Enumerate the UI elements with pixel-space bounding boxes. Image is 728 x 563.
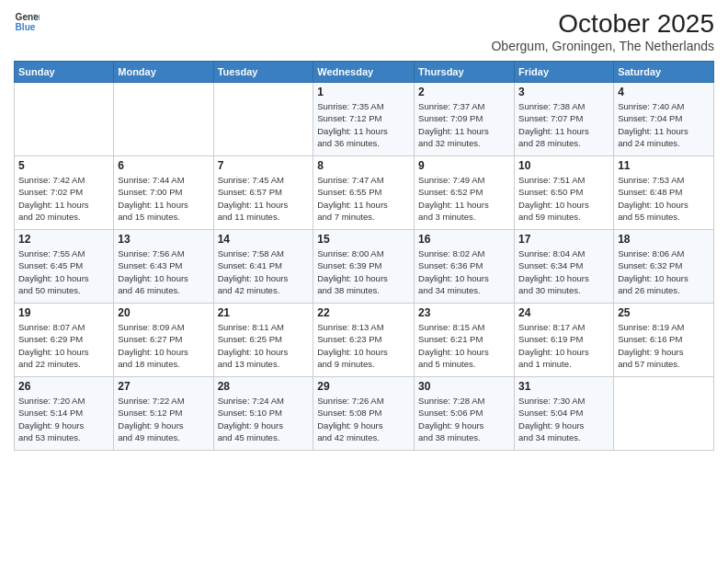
calendar-cell: 15Sunrise: 8:00 AM Sunset: 6:39 PM Dayli… xyxy=(313,230,415,304)
day-info: Sunrise: 8:15 AM Sunset: 6:21 PM Dayligh… xyxy=(418,321,510,370)
day-number: 31 xyxy=(518,380,609,393)
day-number: 30 xyxy=(418,380,510,393)
calendar-cell: 17Sunrise: 8:04 AM Sunset: 6:34 PM Dayli… xyxy=(515,230,614,304)
day-info: Sunrise: 7:40 AM Sunset: 7:04 PM Dayligh… xyxy=(618,100,710,149)
day-info: Sunrise: 8:11 AM Sunset: 6:25 PM Dayligh… xyxy=(218,321,310,370)
day-info: Sunrise: 7:55 AM Sunset: 6:45 PM Dayligh… xyxy=(18,247,109,296)
calendar-table: SundayMondayTuesdayWednesdayThursdayFrid… xyxy=(14,61,714,451)
svg-text:Blue: Blue xyxy=(16,22,36,32)
calendar-cell: 7Sunrise: 7:45 AM Sunset: 6:57 PM Daylig… xyxy=(213,156,313,230)
day-number: 3 xyxy=(518,86,609,98)
calendar-cell: 27Sunrise: 7:22 AM Sunset: 5:12 PM Dayli… xyxy=(114,377,213,451)
day-info: Sunrise: 7:26 AM Sunset: 5:08 PM Dayligh… xyxy=(317,395,410,443)
calendar-cell: 11Sunrise: 7:53 AM Sunset: 6:48 PM Dayli… xyxy=(614,156,714,230)
title-block: October 2025 Obergum, Groningen, The Net… xyxy=(491,9,714,53)
calendar-cell: 24Sunrise: 8:17 AM Sunset: 6:19 PM Dayli… xyxy=(515,304,614,377)
calendar-cell: 13Sunrise: 7:56 AM Sunset: 6:43 PM Dayli… xyxy=(114,230,213,304)
calendar-cell xyxy=(114,83,213,156)
calendar-cell: 29Sunrise: 7:26 AM Sunset: 5:08 PM Dayli… xyxy=(313,377,415,451)
day-number: 10 xyxy=(518,159,609,172)
day-info: Sunrise: 7:42 AM Sunset: 7:02 PM Dayligh… xyxy=(18,174,109,223)
header-cell-tuesday: Tuesday xyxy=(213,62,313,83)
calendar-cell: 20Sunrise: 8:09 AM Sunset: 6:27 PM Dayli… xyxy=(114,304,213,377)
day-number: 27 xyxy=(118,380,209,393)
header-cell-wednesday: Wednesday xyxy=(313,62,415,83)
day-number: 24 xyxy=(518,306,609,319)
day-info: Sunrise: 8:04 AM Sunset: 6:34 PM Dayligh… xyxy=(518,247,609,296)
calendar-week-3: 12Sunrise: 7:55 AM Sunset: 6:45 PM Dayli… xyxy=(15,230,714,304)
day-info: Sunrise: 7:20 AM Sunset: 5:14 PM Dayligh… xyxy=(18,395,109,443)
day-number: 28 xyxy=(218,380,310,393)
calendar-week-2: 5Sunrise: 7:42 AM Sunset: 7:02 PM Daylig… xyxy=(15,156,714,230)
calendar-cell: 4Sunrise: 7:40 AM Sunset: 7:04 PM Daylig… xyxy=(614,83,714,156)
calendar-cell: 2Sunrise: 7:37 AM Sunset: 7:09 PM Daylig… xyxy=(415,83,515,156)
calendar-cell: 16Sunrise: 8:02 AM Sunset: 6:36 PM Dayli… xyxy=(415,230,515,304)
day-info: Sunrise: 7:44 AM Sunset: 7:00 PM Dayligh… xyxy=(118,174,209,223)
day-number: 13 xyxy=(118,233,209,246)
calendar-body: 1Sunrise: 7:35 AM Sunset: 7:12 PM Daylig… xyxy=(15,83,714,451)
calendar-cell xyxy=(614,377,714,451)
logo-icon: General Blue xyxy=(14,9,40,35)
day-number: 17 xyxy=(518,233,609,246)
calendar-cell: 5Sunrise: 7:42 AM Sunset: 7:02 PM Daylig… xyxy=(15,156,114,230)
day-info: Sunrise: 8:00 AM Sunset: 6:39 PM Dayligh… xyxy=(317,247,410,296)
day-info: Sunrise: 7:30 AM Sunset: 5:04 PM Dayligh… xyxy=(518,395,609,443)
day-info: Sunrise: 8:13 AM Sunset: 6:23 PM Dayligh… xyxy=(317,321,410,370)
header-cell-friday: Friday xyxy=(515,62,614,83)
calendar-cell: 3Sunrise: 7:38 AM Sunset: 7:07 PM Daylig… xyxy=(515,83,614,156)
day-number: 7 xyxy=(218,159,310,172)
calendar-cell: 26Sunrise: 7:20 AM Sunset: 5:14 PM Dayli… xyxy=(15,377,114,451)
day-number: 2 xyxy=(418,86,510,98)
subtitle: Obergum, Groningen, The Netherlands xyxy=(491,39,714,53)
day-info: Sunrise: 8:17 AM Sunset: 6:19 PM Dayligh… xyxy=(518,321,609,370)
day-number: 4 xyxy=(618,86,710,98)
calendar-cell xyxy=(15,83,114,156)
header-cell-saturday: Saturday xyxy=(614,62,714,83)
day-info: Sunrise: 7:37 AM Sunset: 7:09 PM Dayligh… xyxy=(418,100,510,149)
day-info: Sunrise: 7:28 AM Sunset: 5:06 PM Dayligh… xyxy=(418,395,510,443)
calendar-cell: 22Sunrise: 8:13 AM Sunset: 6:23 PM Dayli… xyxy=(313,304,415,377)
calendar-cell: 23Sunrise: 8:15 AM Sunset: 6:21 PM Dayli… xyxy=(415,304,515,377)
header-cell-sunday: Sunday xyxy=(15,62,114,83)
day-info: Sunrise: 8:06 AM Sunset: 6:32 PM Dayligh… xyxy=(618,247,710,296)
calendar-week-1: 1Sunrise: 7:35 AM Sunset: 7:12 PM Daylig… xyxy=(15,83,714,156)
header-cell-monday: Monday xyxy=(114,62,213,83)
day-info: Sunrise: 7:22 AM Sunset: 5:12 PM Dayligh… xyxy=(118,395,209,443)
calendar-cell: 18Sunrise: 8:06 AM Sunset: 6:32 PM Dayli… xyxy=(614,230,714,304)
day-info: Sunrise: 7:35 AM Sunset: 7:12 PM Dayligh… xyxy=(317,100,410,149)
calendar-cell: 8Sunrise: 7:47 AM Sunset: 6:55 PM Daylig… xyxy=(313,156,415,230)
day-number: 6 xyxy=(118,159,209,172)
day-info: Sunrise: 7:47 AM Sunset: 6:55 PM Dayligh… xyxy=(317,174,410,223)
day-number: 20 xyxy=(118,306,209,319)
calendar-cell: 14Sunrise: 7:58 AM Sunset: 6:41 PM Dayli… xyxy=(213,230,313,304)
day-number: 29 xyxy=(317,380,410,393)
day-number: 22 xyxy=(317,306,410,319)
day-number: 19 xyxy=(18,306,109,319)
day-number: 8 xyxy=(317,159,410,172)
day-number: 23 xyxy=(418,306,510,319)
day-info: Sunrise: 7:24 AM Sunset: 5:10 PM Dayligh… xyxy=(218,395,310,443)
day-number: 25 xyxy=(618,306,710,319)
day-number: 15 xyxy=(317,233,410,246)
calendar-cell: 28Sunrise: 7:24 AM Sunset: 5:10 PM Dayli… xyxy=(213,377,313,451)
calendar-week-4: 19Sunrise: 8:07 AM Sunset: 6:29 PM Dayli… xyxy=(15,304,714,377)
calendar-cell: 12Sunrise: 7:55 AM Sunset: 6:45 PM Dayli… xyxy=(15,230,114,304)
calendar-cell: 25Sunrise: 8:19 AM Sunset: 6:16 PM Dayli… xyxy=(614,304,714,377)
day-number: 21 xyxy=(218,306,310,319)
day-info: Sunrise: 7:51 AM Sunset: 6:50 PM Dayligh… xyxy=(518,174,609,223)
day-info: Sunrise: 7:45 AM Sunset: 6:57 PM Dayligh… xyxy=(218,174,310,223)
day-number: 16 xyxy=(418,233,510,246)
day-number: 18 xyxy=(618,233,710,246)
day-info: Sunrise: 8:09 AM Sunset: 6:27 PM Dayligh… xyxy=(118,321,209,370)
calendar-cell: 30Sunrise: 7:28 AM Sunset: 5:06 PM Dayli… xyxy=(415,377,515,451)
day-number: 9 xyxy=(418,159,510,172)
day-info: Sunrise: 7:58 AM Sunset: 6:41 PM Dayligh… xyxy=(218,247,310,296)
calendar-cell: 19Sunrise: 8:07 AM Sunset: 6:29 PM Dayli… xyxy=(15,304,114,377)
calendar-cell: 6Sunrise: 7:44 AM Sunset: 7:00 PM Daylig… xyxy=(114,156,213,230)
day-number: 1 xyxy=(317,86,410,98)
day-number: 26 xyxy=(18,380,109,393)
calendar-cell xyxy=(213,83,313,156)
day-info: Sunrise: 8:02 AM Sunset: 6:36 PM Dayligh… xyxy=(418,247,510,296)
day-number: 11 xyxy=(618,159,710,172)
day-info: Sunrise: 7:53 AM Sunset: 6:48 PM Dayligh… xyxy=(618,174,710,223)
